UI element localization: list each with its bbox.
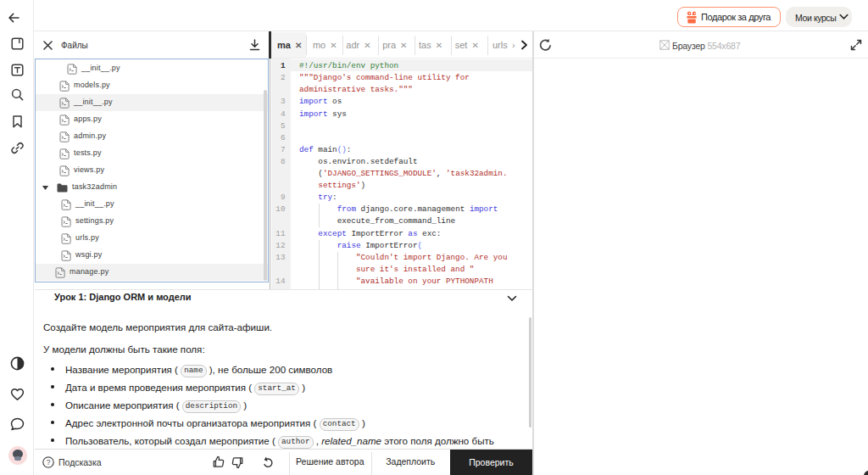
svg-text:?: ?	[46, 458, 50, 467]
